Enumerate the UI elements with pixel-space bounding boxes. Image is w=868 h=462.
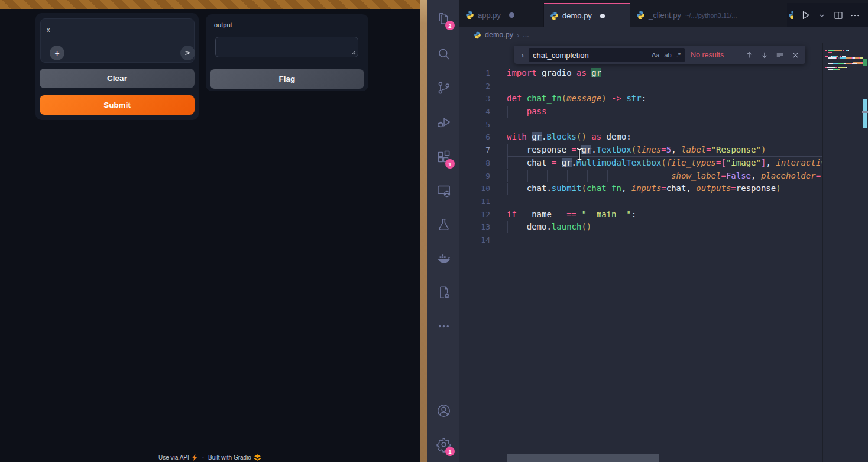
find-results-label: No results xyxy=(691,51,724,59)
find-next-button[interactable] xyxy=(757,48,772,62)
breadcrumb: demo.py › ... xyxy=(459,27,868,43)
activity-run-debug-icon[interactable] xyxy=(427,106,459,138)
ruler-cursor-marker xyxy=(862,111,868,113)
code-line-9[interactable]: show_label=False, placeholder= xyxy=(507,170,822,183)
close-find-button[interactable] xyxy=(788,48,803,62)
code-line-12[interactable]: if __name__ == "__main__": xyxy=(507,208,822,221)
minimap[interactable] xyxy=(822,43,863,462)
activity-account-icon[interactable] xyxy=(427,395,459,427)
code-line-6[interactable]: with gr.Blocks() as demo: xyxy=(507,131,822,144)
gradio-loading-bar xyxy=(0,0,420,9)
submit-button[interactable]: Submit xyxy=(40,95,195,115)
gradio-output-group: output Flag xyxy=(206,14,368,91)
activity-bar: 211 xyxy=(427,0,459,462)
tab-label: demo.py xyxy=(562,11,592,20)
activity-explorer-icon[interactable]: 2 xyxy=(427,2,459,34)
editor-tab-bar: app.py demo.py _client.py ~/.../python3.… xyxy=(459,0,868,27)
activity-extensions-icon[interactable]: 1 xyxy=(427,141,459,173)
multimodal-input-box[interactable]: x + xyxy=(40,18,195,63)
editor-main: app.py demo.py _client.py ~/.../python3.… xyxy=(459,0,868,462)
gradio-logo-icon xyxy=(254,454,261,461)
run-dropdown-chevron-icon[interactable] xyxy=(815,8,829,22)
find-widget: › chat_completion Aa ab .* No results xyxy=(514,46,805,64)
gradio-input-group: x + Clear Submit xyxy=(35,13,199,120)
activity-source-control-icon[interactable] xyxy=(427,72,459,104)
python-file-icon xyxy=(474,31,481,39)
activity-badge: 1 xyxy=(445,159,455,169)
clipped-python-icon xyxy=(788,11,793,20)
built-with-gradio-link[interactable]: Built with Gradio xyxy=(208,454,261,461)
input-label: x xyxy=(47,26,50,33)
screen: x + Clear Submit output Flag xyxy=(0,0,868,462)
use-via-api-link[interactable]: Use via API xyxy=(158,454,198,461)
activity-docker-icon[interactable] xyxy=(427,243,459,274)
runner-settings-icon xyxy=(436,285,452,301)
activity-search-icon[interactable] xyxy=(427,38,459,70)
python-file-icon xyxy=(550,11,559,20)
whole-word-icon[interactable]: ab xyxy=(664,51,671,59)
footer-separator: · xyxy=(202,454,204,461)
tab-client-py[interactable]: _client.py ~/.../python3.11/... xyxy=(630,3,786,27)
tab-label: app.py xyxy=(478,11,501,20)
activity-more-icon[interactable] xyxy=(427,310,459,342)
tab-app-py[interactable]: app.py xyxy=(459,3,544,27)
account-icon xyxy=(436,403,452,419)
tab-demo-py[interactable]: demo.py xyxy=(544,3,630,27)
flag-button[interactable]: Flag xyxy=(210,69,364,89)
code-line-2[interactable] xyxy=(507,80,822,93)
mouse-text-cursor xyxy=(575,147,584,161)
activity-runner-settings-icon[interactable] xyxy=(427,276,459,308)
breadcrumb-more[interactable]: ... xyxy=(523,31,529,39)
output-textarea[interactable] xyxy=(215,37,358,57)
find-input[interactable]: chat_completion Aa ab .* xyxy=(529,48,685,62)
vscode-window: 211 app.py demo.py _client.py ~/.../pyth… xyxy=(427,0,868,462)
code-line-14[interactable] xyxy=(507,234,822,247)
tab-label: _client.py xyxy=(649,11,681,20)
paper-plane-icon xyxy=(184,49,192,57)
code-line-5[interactable] xyxy=(507,118,822,131)
activity-testing-icon[interactable] xyxy=(427,208,459,240)
activity-badge: 2 xyxy=(445,21,455,30)
send-button[interactable] xyxy=(180,46,195,60)
search-icon xyxy=(436,46,452,62)
find-previous-button[interactable] xyxy=(741,48,757,62)
breadcrumb-file[interactable]: demo.py xyxy=(485,31,513,39)
activity-remote-explorer-icon[interactable] xyxy=(427,175,459,206)
activity-badge: 1 xyxy=(445,447,455,456)
overview-ruler xyxy=(862,0,868,462)
python-file-icon xyxy=(465,11,474,20)
find-expand-chevron-icon[interactable]: › xyxy=(517,51,529,60)
resize-grip-icon[interactable] xyxy=(350,49,356,55)
more-actions-button[interactable] xyxy=(848,8,862,22)
split-editor-button[interactable] xyxy=(831,8,846,22)
code-line-7[interactable]: response = gr.Textbox(lines=5, label="Re… xyxy=(507,144,822,157)
clear-button[interactable]: Clear xyxy=(40,69,195,88)
code-line-11[interactable] xyxy=(507,195,822,208)
code-line-13[interactable]: demo.launch() xyxy=(507,221,822,234)
editor-actions xyxy=(787,3,868,27)
tab-file-path: ~/.../python3.11/... xyxy=(685,12,737,19)
modified-dot-icon[interactable] xyxy=(600,14,605,18)
ruler-green-marker xyxy=(863,59,867,66)
gradio-app-pane: x + Clear Submit output Flag xyxy=(0,0,420,462)
more-icon xyxy=(436,318,452,334)
activity-settings-icon[interactable]: 1 xyxy=(427,428,459,460)
attach-file-button[interactable]: + xyxy=(50,46,64,60)
breadcrumb-chevron-icon: › xyxy=(517,31,519,40)
minimap-code xyxy=(825,46,863,72)
code-editor-content[interactable]: import gradio as grdef chat_fn(message) … xyxy=(507,67,822,398)
code-line-1[interactable]: import gradio as gr xyxy=(507,67,822,80)
regex-icon[interactable]: .* xyxy=(676,51,681,59)
remote-explorer-icon xyxy=(436,183,452,199)
find-query-text: chat_completion xyxy=(533,51,589,60)
code-line-4[interactable]: pass xyxy=(507,105,822,118)
code-line-8[interactable]: chat = gr.MultimodalTextbox(file_types=[… xyxy=(507,157,822,170)
horizontal-scrollbar[interactable] xyxy=(507,454,659,462)
find-in-selection-button[interactable] xyxy=(772,48,788,62)
match-case-icon[interactable]: Aa xyxy=(652,51,659,59)
run-python-file-button[interactable] xyxy=(798,8,812,22)
code-line-3[interactable]: def chat_fn(message) -> str: xyxy=(507,92,822,105)
docker-icon xyxy=(436,251,452,267)
modified-dot-icon[interactable] xyxy=(509,12,514,18)
code-line-10[interactable]: chat.submit(chat_fn, inputs=chat, output… xyxy=(507,182,822,195)
